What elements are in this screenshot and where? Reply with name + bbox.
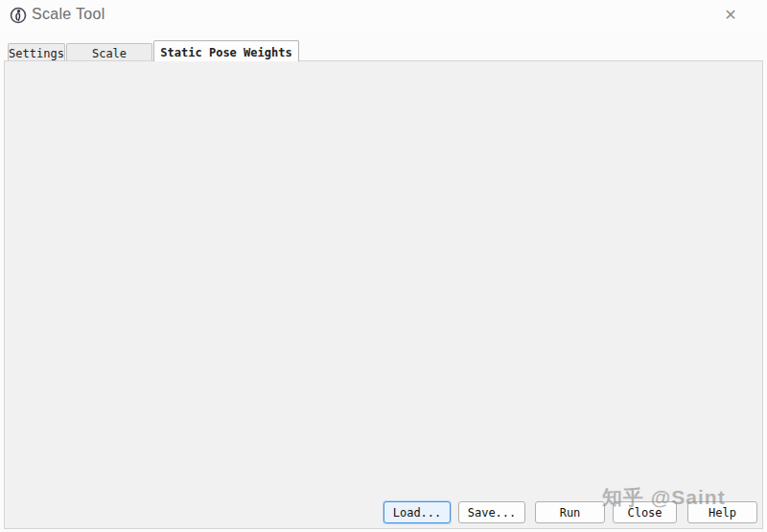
tab-scale-factors[interactable]: Scale Factors — [66, 43, 152, 61]
close-button[interactable]: Close — [613, 501, 677, 523]
help-button[interactable]: Help — [687, 501, 757, 523]
window-title: Scale Tool — [32, 6, 105, 23]
tab-static-pose-weights[interactable]: Static Pose Weights — [153, 40, 299, 61]
scale-tool-icon — [10, 7, 27, 24]
run-button[interactable]: Run — [535, 501, 605, 523]
title-bar: Scale Tool ✕ — [0, 0, 767, 31]
close-icon[interactable]: ✕ — [719, 4, 742, 27]
load-button[interactable]: Load... — [384, 501, 451, 523]
static-pose-weights-panel — [4, 60, 763, 529]
save-button[interactable]: Save... — [458, 501, 525, 523]
tab-settings[interactable]: Settings — [8, 43, 65, 61]
